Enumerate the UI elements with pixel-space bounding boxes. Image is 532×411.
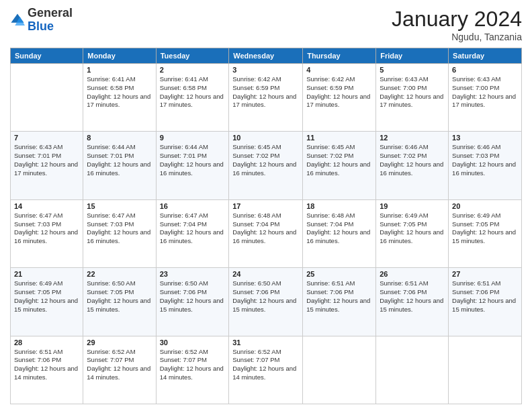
table-row: 30Sunrise: 6:52 AMSunset: 7:07 PMDayligh… xyxy=(156,336,229,404)
day-number: 18 xyxy=(306,202,372,210)
table-row: 9Sunrise: 6:44 AMSunset: 7:01 PMDaylight… xyxy=(156,132,229,199)
calendar-week-row: 14Sunrise: 6:47 AMSunset: 7:03 PMDayligh… xyxy=(11,199,522,267)
day-info: Sunrise: 6:51 AMSunset: 7:06 PMDaylight:… xyxy=(14,348,79,382)
col-saturday: Saturday xyxy=(449,48,522,64)
day-number: 30 xyxy=(160,338,226,347)
table-row: 4Sunrise: 6:42 AMSunset: 6:59 PMDaylight… xyxy=(303,64,376,132)
table-row: 24Sunrise: 6:50 AMSunset: 7:06 PMDayligh… xyxy=(229,268,303,336)
day-info: Sunrise: 6:48 AMSunset: 7:04 PMDaylight:… xyxy=(232,212,299,246)
day-info: Sunrise: 6:50 AMSunset: 7:06 PMDaylight:… xyxy=(232,279,299,314)
table-row xyxy=(449,336,522,404)
logo-blue: Blue xyxy=(28,19,54,33)
table-row xyxy=(11,64,83,132)
day-info: Sunrise: 6:49 AMSunset: 7:05 PMDaylight:… xyxy=(14,279,79,314)
table-row: 18Sunrise: 6:48 AMSunset: 7:04 PMDayligh… xyxy=(303,199,376,267)
table-row: 3Sunrise: 6:42 AMSunset: 6:59 PMDaylight… xyxy=(229,64,303,132)
day-info: Sunrise: 6:49 AMSunset: 7:05 PMDaylight:… xyxy=(380,212,445,246)
table-row: 11Sunrise: 6:45 AMSunset: 7:02 PMDayligh… xyxy=(303,132,376,199)
table-row: 1Sunrise: 6:41 AMSunset: 6:58 PMDaylight… xyxy=(83,64,156,132)
table-row: 19Sunrise: 6:49 AMSunset: 7:05 PMDayligh… xyxy=(376,199,449,267)
day-number: 9 xyxy=(160,134,226,142)
day-info: Sunrise: 6:50 AMSunset: 7:05 PMDaylight:… xyxy=(87,279,152,314)
day-info: Sunrise: 6:52 AMSunset: 7:07 PMDaylight:… xyxy=(87,348,152,382)
table-row: 28Sunrise: 6:51 AMSunset: 7:06 PMDayligh… xyxy=(11,336,83,404)
day-info: Sunrise: 6:46 AMSunset: 7:02 PMDaylight:… xyxy=(380,143,445,177)
day-info: Sunrise: 6:45 AMSunset: 7:02 PMDaylight:… xyxy=(306,143,372,177)
col-sunday: Sunday xyxy=(11,48,83,64)
table-row: 29Sunrise: 6:52 AMSunset: 7:07 PMDayligh… xyxy=(83,336,156,404)
table-row: 12Sunrise: 6:46 AMSunset: 7:02 PMDayligh… xyxy=(376,132,449,199)
table-row: 25Sunrise: 6:51 AMSunset: 7:06 PMDayligh… xyxy=(303,268,376,336)
table-row xyxy=(303,336,376,404)
logo-text: General Blue xyxy=(28,7,73,34)
day-info: Sunrise: 6:42 AMSunset: 6:59 PMDaylight:… xyxy=(306,75,372,109)
day-number: 24 xyxy=(232,270,299,278)
day-info: Sunrise: 6:43 AMSunset: 7:00 PMDaylight:… xyxy=(452,75,518,109)
header: General Blue January 2024 Ngudu, Tanzani… xyxy=(10,7,522,42)
day-info: Sunrise: 6:49 AMSunset: 7:05 PMDaylight:… xyxy=(452,212,518,246)
logo-general: General xyxy=(28,6,73,19)
day-number: 14 xyxy=(14,202,79,210)
col-friday: Friday xyxy=(376,48,449,64)
day-number: 17 xyxy=(232,202,299,210)
day-info: Sunrise: 6:43 AMSunset: 7:01 PMDaylight:… xyxy=(14,143,79,177)
day-number: 27 xyxy=(452,270,518,278)
day-number: 21 xyxy=(14,270,79,278)
day-info: Sunrise: 6:45 AMSunset: 7:02 PMDaylight:… xyxy=(232,143,299,177)
day-number: 3 xyxy=(232,66,299,74)
table-row: 7Sunrise: 6:43 AMSunset: 7:01 PMDaylight… xyxy=(11,132,83,199)
day-number: 5 xyxy=(380,66,445,74)
day-number: 6 xyxy=(452,66,518,74)
table-row: 15Sunrise: 6:47 AMSunset: 7:03 PMDayligh… xyxy=(83,199,156,267)
day-info: Sunrise: 6:51 AMSunset: 7:06 PMDaylight:… xyxy=(306,279,372,314)
table-row: 14Sunrise: 6:47 AMSunset: 7:03 PMDayligh… xyxy=(11,199,83,267)
month-year: January 2024 xyxy=(392,7,522,32)
table-row: 10Sunrise: 6:45 AMSunset: 7:02 PMDayligh… xyxy=(229,132,303,199)
col-thursday: Thursday xyxy=(303,48,376,64)
table-row: 13Sunrise: 6:46 AMSunset: 7:03 PMDayligh… xyxy=(449,132,522,199)
calendar-week-row: 1Sunrise: 6:41 AMSunset: 6:58 PMDaylight… xyxy=(11,64,522,132)
calendar-header-row: Sunday Monday Tuesday Wednesday Thursday… xyxy=(11,48,522,64)
calendar-week-row: 21Sunrise: 6:49 AMSunset: 7:05 PMDayligh… xyxy=(11,268,522,336)
table-row: 8Sunrise: 6:44 AMSunset: 7:01 PMDaylight… xyxy=(83,132,156,199)
day-info: Sunrise: 6:47 AMSunset: 7:03 PMDaylight:… xyxy=(14,212,79,246)
table-row: 23Sunrise: 6:50 AMSunset: 7:06 PMDayligh… xyxy=(156,268,229,336)
day-info: Sunrise: 6:50 AMSunset: 7:06 PMDaylight:… xyxy=(160,279,226,314)
day-number: 22 xyxy=(87,270,152,278)
col-monday: Monday xyxy=(83,48,156,64)
logo: General Blue xyxy=(10,7,73,34)
calendar-week-row: 28Sunrise: 6:51 AMSunset: 7:06 PMDayligh… xyxy=(11,336,522,404)
day-number: 29 xyxy=(87,338,152,347)
calendar-table: Sunday Monday Tuesday Wednesday Thursday… xyxy=(10,48,522,404)
day-number: 11 xyxy=(306,134,372,142)
day-number: 15 xyxy=(87,202,152,210)
page: General Blue January 2024 Ngudu, Tanzani… xyxy=(0,0,532,411)
day-info: Sunrise: 6:48 AMSunset: 7:04 PMDaylight:… xyxy=(306,212,372,246)
day-info: Sunrise: 6:41 AMSunset: 6:58 PMDaylight:… xyxy=(87,75,152,109)
day-number: 25 xyxy=(306,270,372,278)
day-number: 1 xyxy=(87,66,152,74)
table-row: 6Sunrise: 6:43 AMSunset: 7:00 PMDaylight… xyxy=(449,64,522,132)
day-info: Sunrise: 6:43 AMSunset: 7:00 PMDaylight:… xyxy=(380,75,445,109)
day-number: 20 xyxy=(452,202,518,210)
table-row: 31Sunrise: 6:52 AMSunset: 7:07 PMDayligh… xyxy=(229,336,303,404)
day-number: 19 xyxy=(380,202,445,210)
day-info: Sunrise: 6:44 AMSunset: 7:01 PMDaylight:… xyxy=(87,143,152,177)
day-info: Sunrise: 6:46 AMSunset: 7:03 PMDaylight:… xyxy=(452,143,518,177)
col-wednesday: Wednesday xyxy=(229,48,303,64)
day-number: 4 xyxy=(306,66,372,74)
col-tuesday: Tuesday xyxy=(156,48,229,64)
day-number: 2 xyxy=(160,66,226,74)
table-row: 21Sunrise: 6:49 AMSunset: 7:05 PMDayligh… xyxy=(11,268,83,336)
table-row: 2Sunrise: 6:41 AMSunset: 6:58 PMDaylight… xyxy=(156,64,229,132)
logo-icon xyxy=(10,13,25,28)
day-number: 13 xyxy=(452,134,518,142)
day-info: Sunrise: 6:41 AMSunset: 6:58 PMDaylight:… xyxy=(160,75,226,109)
day-info: Sunrise: 6:42 AMSunset: 6:59 PMDaylight:… xyxy=(232,75,299,109)
table-row: 26Sunrise: 6:51 AMSunset: 7:06 PMDayligh… xyxy=(376,268,449,336)
day-number: 16 xyxy=(160,202,226,210)
day-number: 7 xyxy=(14,134,79,142)
day-number: 28 xyxy=(14,338,79,347)
day-number: 12 xyxy=(380,134,445,142)
day-number: 10 xyxy=(232,134,299,142)
